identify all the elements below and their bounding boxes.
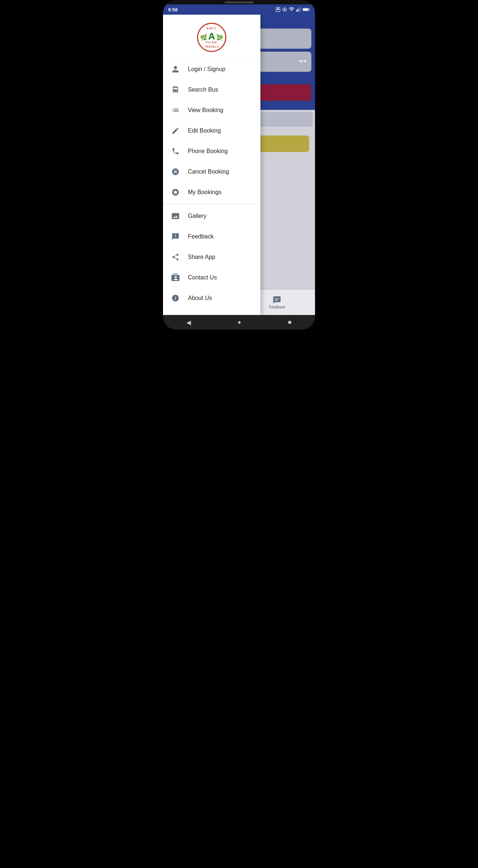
home-button[interactable]: ●: [230, 317, 249, 328]
status-icons: [275, 7, 310, 12]
drawer-menu: Login / Signup Search Bus View Booking: [163, 59, 260, 315]
share-icon: [170, 252, 181, 262]
svg-point-4: [291, 11, 292, 11]
contact-icon: [170, 272, 181, 283]
sim-icon: [275, 7, 281, 12]
menu-label-contact-us: Contact Us: [188, 274, 217, 281]
star-icon: [170, 187, 181, 197]
svg-rect-1: [277, 8, 279, 10]
menu-item-rate-us[interactable]: Rate us: [163, 308, 260, 315]
menu-label-gallery: Gallery: [188, 213, 207, 219]
menu-item-feedback[interactable]: Feedback: [163, 226, 260, 247]
wifi-icon: [289, 7, 294, 12]
menu-label-edit-booking: Edit Booking: [188, 127, 221, 134]
svg-rect-5: [296, 10, 297, 12]
phone-frame: 9:58: [163, 0, 315, 330]
menu-item-login-signup[interactable]: Login / Signup: [163, 59, 260, 79]
main-screen: Today Next day ELINES ers off es Ahmedab…: [163, 15, 315, 315]
cancel-icon: [170, 167, 181, 177]
edit-icon: [170, 126, 181, 136]
menu-label-cancel-booking: Cancel Booking: [188, 168, 229, 175]
battery-icon: [303, 7, 310, 12]
image-icon: [170, 211, 181, 221]
menu-item-edit-booking[interactable]: Edit Booking: [163, 120, 260, 141]
navigation-drawer: AMIT 🌿 🌿 A PILANI TRAVELS: [163, 15, 260, 315]
menu-item-search-bus[interactable]: Search Bus: [163, 79, 260, 100]
menu-label-feedback: Feedback: [188, 233, 214, 240]
menu-item-phone-booking[interactable]: Phone Booking: [163, 141, 260, 162]
status-time: 9:58: [168, 7, 178, 12]
menu-label-share-app: Share App: [188, 254, 215, 260]
menu-item-about-us[interactable]: About Us: [163, 288, 260, 308]
logo-amit-text: AMIT: [207, 27, 217, 30]
app-logo: AMIT 🌿 🌿 A PILANI TRAVELS: [197, 23, 226, 52]
svg-rect-8: [300, 7, 301, 12]
rate-icon: [170, 314, 181, 315]
svg-rect-7: [299, 8, 300, 11]
feedback-icon: [170, 231, 181, 242]
menu-item-contact-us[interactable]: Contact Us: [163, 267, 260, 288]
notch-pill: [225, 1, 254, 3]
drawer-header: AMIT 🌿 🌿 A PILANI TRAVELS: [163, 15, 260, 59]
status-bar: 9:58: [163, 4, 315, 15]
notch-bar: [163, 0, 315, 4]
back-button[interactable]: ◀: [179, 317, 198, 328]
menu-item-gallery[interactable]: Gallery: [163, 206, 260, 226]
logo-center: A PILANI: [206, 31, 218, 44]
nav-bar: ◀ ● ■: [163, 315, 315, 330]
person-icon: [170, 64, 181, 74]
bg-feedback-label: Feedback: [269, 305, 285, 309]
recent-button[interactable]: ■: [281, 317, 299, 328]
menu-item-cancel-booking[interactable]: Cancel Booking: [163, 162, 260, 182]
svg-rect-10: [303, 9, 308, 11]
menu-label-my-bookings: My Bookings: [188, 189, 222, 196]
bus-icon: [170, 85, 181, 95]
phone-icon: [170, 146, 181, 156]
menu-item-share-app[interactable]: Share App: [163, 247, 260, 267]
notification-icon: [282, 7, 287, 12]
svg-point-3: [284, 9, 286, 11]
logo-travels-text: TRAVELS: [204, 45, 219, 48]
menu-label-search-bus: Search Bus: [188, 86, 218, 93]
bg-feedback-icon: [273, 296, 281, 304]
menu-item-view-booking[interactable]: View Booking: [163, 100, 260, 120]
info-icon: [170, 293, 181, 303]
logo-letter: A: [206, 31, 218, 41]
svg-rect-6: [297, 9, 298, 12]
svg-rect-11: [309, 9, 310, 10]
menu-label-about-us: About Us: [188, 295, 212, 301]
menu-label-login-signup: Login / Signup: [188, 66, 225, 73]
logo-pilani-text: PILANI: [206, 41, 218, 44]
menu-label-phone-booking: Phone Booking: [188, 148, 228, 155]
menu-divider: [163, 204, 260, 204]
signal-icon: [296, 7, 301, 12]
menu-label-view-booking: View Booking: [188, 107, 223, 114]
menu-item-my-bookings[interactable]: My Bookings: [163, 182, 260, 203]
list-icon: [170, 105, 181, 115]
swap-icon: [299, 57, 307, 65]
